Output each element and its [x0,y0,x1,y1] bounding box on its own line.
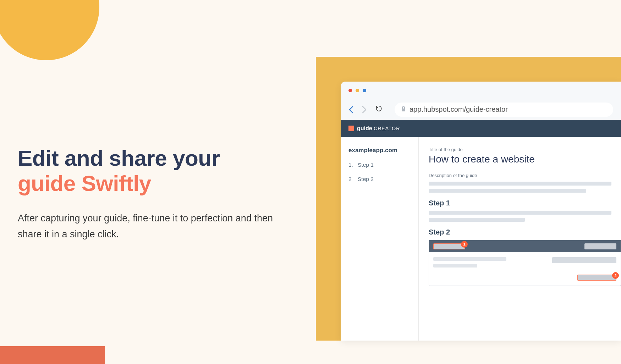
main-panel: Title of the guide How to create a websi… [419,137,621,341]
placeholder-line [429,182,611,186]
browser-mockup-frame: app.hubspot.com/guide-creator guide CREA… [316,57,621,341]
annotation-badge-2: 2 [612,272,619,279]
sidebar-item-num: 1. [348,162,353,168]
app-logo-bold: guide [357,125,372,131]
traffic-light-minimize-icon [356,89,359,92]
screenshot-footer: 2 [429,272,621,286]
highlight-area-2: 2 [577,275,616,281]
refresh-icon[interactable] [375,105,383,114]
forward-arrow-icon[interactable] [362,106,367,114]
browser-toolbar: app.hubspot.com/guide-creator [341,99,621,120]
url-text: app.hubspot.com/guide-creator [410,105,508,114]
hero-headline: Edit and share your guide Swiftly [18,145,295,196]
hero-subtext: After capturing your guide, fine-tune it… [18,210,295,243]
app-logo-light: CREATOR [374,126,400,131]
mock-line [433,264,477,268]
placeholder-line [429,211,611,215]
sidebar-item-label: Step 2 [358,176,374,182]
step2-screenshot[interactable]: 1 2 [429,240,621,286]
placeholder-line [429,218,525,222]
sidebar-item-num: 2 [348,176,353,182]
yellow-circle-decoration [0,0,99,60]
sidebar-domain: exampleapp.com [348,147,411,154]
app-body: exampleapp.com 1. Step 1 2 Step 2 Title … [341,137,621,341]
app-logo-text: guide CREATOR [357,125,400,132]
browser-window: app.hubspot.com/guide-creator guide CREA… [341,82,621,341]
screenshot-header: 1 [429,240,621,252]
sidebar-item-step1[interactable]: 1. Step 1 [348,162,411,168]
mock-line [552,257,616,263]
sidebar: exampleapp.com 1. Step 1 2 Step 2 [341,137,419,341]
orange-block-decoration [0,346,105,364]
step1-heading: Step 1 [429,199,621,207]
step2-heading: Step 2 [429,228,621,236]
url-bar[interactable]: app.hubspot.com/guide-creator [395,103,613,117]
app-header: guide CREATOR [341,120,621,137]
description-field-label: Description of the guide [429,173,621,178]
hero-content: Edit and share your guide Swiftly After … [18,145,295,243]
back-arrow-icon[interactable] [348,106,353,114]
placeholder-line [429,189,586,193]
svg-rect-0 [402,109,405,111]
screenshot-body [429,252,621,272]
title-field-label: Title of the guide [429,147,621,152]
traffic-light-close-icon [348,89,352,92]
headline-line-2: guide Swiftly [18,171,151,195]
headline-line-1: Edit and share your [18,146,220,170]
sidebar-item-label: Step 1 [358,162,374,168]
step1-placeholder[interactable] [429,211,621,222]
sidebar-item-step2[interactable]: 2 Step 2 [348,176,411,182]
browser-titlebar [341,82,621,99]
guide-title[interactable]: How to create a website [429,154,621,165]
annotation-badge-1: 1 [461,241,468,248]
mock-column-right [552,257,616,268]
app-logo-icon [348,126,354,131]
description-placeholder[interactable] [429,182,621,193]
mock-line [433,257,506,261]
mock-column-left [433,257,506,268]
traffic-light-maximize-icon [363,89,366,92]
lock-icon [401,106,406,113]
mock-grey-box [584,243,616,249]
highlight-area-1: 1 [433,243,465,249]
